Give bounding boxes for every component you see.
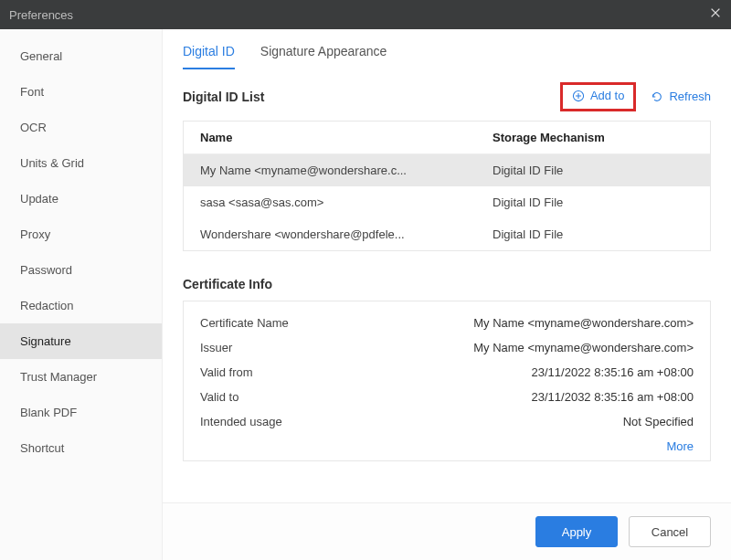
main: Digital IDSignature Appearance Digital I… [163, 29, 731, 560]
apply-button[interactable]: Apply [535, 516, 618, 547]
refresh-button[interactable]: Refresh [651, 90, 711, 103]
tabs: Digital IDSignature Appearance [163, 29, 731, 69]
table-header: Name Storage Mechanism [184, 122, 710, 154]
cert-label: Valid to [200, 390, 238, 404]
digital-id-actions: Add to Refresh [560, 82, 711, 111]
cert-value: My Name <myname@wondershare.com> [473, 316, 694, 330]
cert-label: Certificate Name [200, 316, 289, 330]
digital-id-table: Name Storage Mechanism My Name <myname@w… [183, 121, 711, 251]
sidebar-item-password[interactable]: Password [0, 252, 162, 288]
sidebar-item-font[interactable]: Font [0, 74, 162, 110]
cert-row: Certificate NameMy Name <myname@wondersh… [200, 311, 694, 335]
cert-label: Intended usage [200, 415, 282, 428]
more-row: More [200, 434, 694, 453]
certificate-box: Certificate NameMy Name <myname@wondersh… [183, 301, 711, 461]
sidebar-item-units-grid[interactable]: Units & Grid [0, 145, 162, 181]
certificate-section: Certificate Info Certificate NameMy Name… [183, 277, 711, 461]
footer: Apply Cancel [163, 502, 731, 560]
sidebar-item-signature[interactable]: Signature [0, 323, 162, 359]
cert-value: Not Specified [623, 415, 694, 428]
cert-row: Valid from23/11/2022 8:35:16 am +08:00 [200, 360, 694, 385]
cert-label: Issuer [200, 341, 232, 354]
cert-row: Valid to23/11/2032 8:35:16 am +08:00 [200, 385, 694, 409]
add-to-button[interactable]: Add to [572, 89, 625, 102]
cert-row: IssuerMy Name <myname@wondershare.com> [200, 335, 694, 360]
cell-name: Wondershare <wondershare@pdfele... [200, 227, 493, 241]
plus-circle-icon [572, 90, 585, 102]
sidebar-item-redaction[interactable]: Redaction [0, 288, 162, 323]
table-row[interactable]: Wondershare <wondershare@pdfele...Digita… [184, 218, 710, 250]
cell-storage: Digital ID File [493, 164, 694, 177]
col-storage-header: Storage Mechanism [493, 131, 694, 144]
cell-storage: Digital ID File [493, 227, 694, 241]
add-to-label: Add to [590, 89, 625, 102]
sidebar-item-proxy[interactable]: Proxy [0, 217, 162, 252]
cert-value: 23/11/2032 8:35:16 am +08:00 [532, 390, 694, 404]
tab-signature-appearance[interactable]: Signature Appearance [260, 44, 387, 69]
cell-name: My Name <myname@wondershare.c... [200, 164, 493, 177]
refresh-icon [651, 90, 663, 103]
cert-value: 23/11/2022 8:35:16 am +08:00 [532, 365, 694, 379]
sidebar-item-shortcut[interactable]: Shortcut [0, 430, 162, 466]
sidebar-item-trust-manager[interactable]: Trust Manager [0, 359, 162, 395]
cert-value: My Name <myname@wondershare.com> [473, 341, 694, 354]
digital-id-header: Digital ID List Add to [183, 82, 711, 111]
sidebar-item-update[interactable]: Update [0, 181, 162, 217]
digital-id-title: Digital ID List [183, 90, 264, 104]
sidebar-item-blank-pdf[interactable]: Blank PDF [0, 395, 162, 430]
sidebar-item-ocr[interactable]: OCR [0, 110, 162, 145]
tab-digital-id[interactable]: Digital ID [183, 44, 235, 69]
add-to-highlight: Add to [560, 82, 637, 111]
cert-row: Intended usageNot Specified [200, 409, 694, 434]
content: Digital ID List Add to [163, 69, 731, 502]
cancel-button[interactable]: Cancel [629, 516, 711, 547]
more-link[interactable]: More [666, 439, 694, 453]
titlebar: Preferences [0, 0, 731, 29]
certificate-title: Certificate Info [183, 277, 711, 291]
body: GeneralFontOCRUnits & GridUpdateProxyPas… [0, 29, 731, 560]
col-name-header: Name [200, 131, 493, 144]
sidebar: GeneralFontOCRUnits & GridUpdateProxyPas… [0, 29, 163, 560]
close-icon[interactable] [709, 6, 722, 23]
table-row[interactable]: sasa <sasa@sas.com>Digital ID File [184, 186, 710, 218]
window-title: Preferences [9, 8, 73, 22]
cell-storage: Digital ID File [493, 195, 694, 209]
refresh-label: Refresh [669, 90, 711, 103]
cert-label: Valid from [200, 365, 253, 379]
table-row[interactable]: My Name <myname@wondershare.c...Digital … [184, 154, 710, 186]
cell-name: sasa <sasa@sas.com> [200, 195, 493, 209]
sidebar-item-general[interactable]: General [0, 38, 162, 74]
